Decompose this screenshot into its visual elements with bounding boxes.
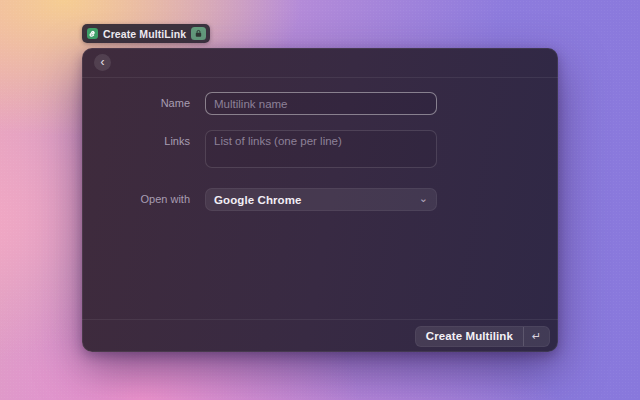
links-label: Links	[82, 130, 190, 147]
toast-label: Create MultiLink	[103, 28, 186, 40]
chevron-left-icon: ‹	[101, 56, 105, 68]
multilink-app-icon	[87, 28, 98, 39]
links-textarea[interactable]	[205, 130, 437, 168]
open-with-dropdown[interactable]: Google Chrome ⌄	[205, 188, 437, 211]
window-footer: Create Multilink ↵	[82, 319, 558, 352]
open-with-row: Open with Google Chrome ⌄	[82, 188, 190, 205]
window-header: ‹	[82, 48, 558, 78]
name-label: Name	[82, 92, 190, 109]
toast-create-multilink[interactable]: Create MultiLink	[82, 24, 210, 43]
open-with-value: Google Chrome	[214, 194, 302, 206]
create-multilink-button[interactable]: Create Multilink ↵	[415, 326, 550, 347]
create-multilink-button-label: Create Multilink	[416, 330, 523, 342]
links-row: Links	[82, 130, 190, 147]
open-with-label: Open with	[82, 188, 190, 205]
name-row: Name	[82, 92, 190, 109]
create-multilink-window: ‹ Name Links Open with Google Chrome ⌄ C…	[82, 48, 558, 352]
back-button[interactable]: ‹	[94, 54, 111, 71]
enter-key-icon: ↵	[524, 326, 549, 347]
lock-icon	[191, 27, 206, 40]
name-input[interactable]	[205, 92, 437, 115]
